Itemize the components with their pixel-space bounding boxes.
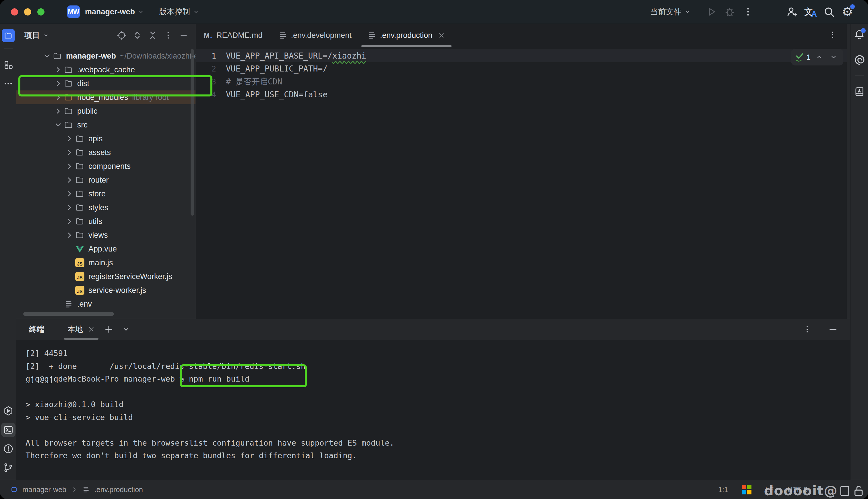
watermark-square-icon: [839, 484, 851, 498]
terminal-output[interactable]: [2] 44591[2] + done /usr/local/redis-sta…: [16, 340, 850, 462]
terminal-tab-dropdown-button[interactable]: [119, 322, 134, 337]
chevron-right-icon[interactable]: [64, 203, 75, 212]
chevron-right-icon[interactable]: [64, 217, 75, 226]
more-actions-button[interactable]: [739, 4, 757, 20]
tree-item-dist[interactable]: dist: [16, 77, 196, 90]
terminal-tab-local[interactable]: 本地: [63, 319, 99, 340]
project-name-menu[interactable]: manager-web: [85, 8, 135, 16]
more-options-button[interactable]: [162, 29, 175, 42]
tree-vertical-scrollbar[interactable]: [190, 49, 194, 216]
tree-item-src[interactable]: src: [16, 118, 196, 132]
chevron-right-icon[interactable]: [53, 65, 64, 74]
tree-item-public[interactable]: public: [16, 104, 196, 118]
problems-tool-window-button[interactable]: [1, 441, 15, 456]
chevron-right-icon[interactable]: [64, 162, 75, 171]
vcs-menu[interactable]: 版本控制: [159, 7, 190, 17]
project-tool-window-button[interactable]: [2, 29, 15, 42]
chevron-right-icon[interactable]: [53, 93, 64, 102]
editor-tab-.env.production[interactable]: .env.production: [360, 24, 454, 47]
locate-file-button[interactable]: [115, 29, 128, 42]
tree-item-manager-web[interactable]: manager-web~/Downloads/xiaozhi-e: [16, 49, 196, 63]
folder-icon: [75, 161, 85, 171]
caret-position[interactable]: 1:1: [718, 486, 728, 494]
zoom-window-button[interactable]: [37, 8, 45, 15]
terminal-title[interactable]: 终端: [29, 324, 45, 334]
previous-problem-button[interactable]: [814, 51, 825, 63]
editor-line-3[interactable]: 3# 是否开启CDN: [196, 75, 847, 88]
terminal-more-options-button[interactable]: [800, 322, 815, 337]
expand-all-button[interactable]: [131, 29, 144, 42]
chevron-right-icon[interactable]: [64, 148, 75, 157]
shell-prompt: gjq@gjqdeMacBook-Pro manager-web %: [26, 374, 189, 383]
chevron-right-icon[interactable]: [53, 107, 64, 115]
microsoft-plugin-icon[interactable]: [742, 485, 752, 495]
code-with-me-button[interactable]: [783, 4, 802, 20]
tree-horizontal-scrollbar[interactable]: [23, 312, 114, 316]
debug-button[interactable]: [720, 4, 739, 20]
run-button[interactable]: [702, 4, 720, 20]
tree-item-views[interactable]: views: [16, 228, 196, 242]
tree-item-suffix: library root: [132, 93, 169, 102]
translate-button[interactable]: 文 A: [802, 4, 820, 20]
tree-item-node_modules[interactable]: node_moduleslibrary root: [16, 90, 196, 104]
editor-line-1[interactable]: 1VUE_APP_API_BASE_URL=/xiaozhi: [196, 49, 847, 62]
chevron-right-icon[interactable]: [64, 176, 75, 184]
terminal-tool-window-button[interactable]: [1, 423, 15, 437]
project-icon[interactable]: MW: [67, 5, 80, 18]
tree-item-utils[interactable]: utils: [16, 215, 196, 228]
terminal-command[interactable]: npm run build: [189, 374, 249, 383]
editor-tab-README.md[interactable]: M↓README.md: [196, 24, 271, 47]
tree-item-apis[interactable]: apis: [16, 132, 196, 146]
tree-item-styles[interactable]: styles: [16, 201, 196, 215]
tree-item-.webpack_cache[interactable]: .webpack_cache: [16, 63, 196, 77]
close-tab-button[interactable]: [438, 32, 445, 39]
tree-item-assets[interactable]: assets: [16, 146, 196, 159]
tree-item-components[interactable]: components: [16, 159, 196, 173]
terminal-line-4: > xiaozhi@0.1.0 build: [26, 398, 850, 411]
tree-item-router[interactable]: router: [16, 173, 196, 187]
inspection-check-icon: [795, 52, 804, 62]
close-icon[interactable]: [88, 326, 95, 333]
status-project-name[interactable]: manager-web: [22, 486, 66, 494]
chevron-right-icon[interactable]: [64, 190, 75, 198]
dictionary-button[interactable]: [852, 84, 867, 99]
tree-item-main.js[interactable]: JSmain.js: [16, 256, 196, 270]
version-control-tool-window-button[interactable]: [1, 461, 15, 475]
settings-button[interactable]: ⚙: [838, 4, 856, 20]
minimize-window-button[interactable]: [24, 8, 31, 15]
editor-content[interactable]: 1VUE_APP_API_BASE_URL=/xiaozhi2VUE_APP_P…: [196, 47, 847, 101]
status-file-name[interactable]: .env.production: [95, 486, 143, 494]
more-tool-windows-button[interactable]: [1, 76, 15, 91]
tree-item-registerServiceWorker.js[interactable]: JSregisterServiceWorker.js: [16, 270, 196, 283]
project-panel-title[interactable]: 项目: [24, 30, 40, 40]
collapse-all-button[interactable]: [146, 29, 159, 42]
inspections-widget[interactable]: 1: [791, 49, 843, 65]
editor-line-4[interactable]: 4VUE_APP_USE_CDN=false: [196, 88, 847, 101]
tree-item-label: .env: [77, 300, 92, 309]
editor-line-2[interactable]: 2VUE_APP_PUBLIC_PATH=/: [196, 62, 847, 75]
run-configuration-selector[interactable]: 当前文件: [650, 7, 691, 17]
editor-tab-.env.development[interactable]: .env.development: [271, 24, 360, 47]
next-problem-button[interactable]: [828, 51, 839, 63]
structure-tool-window-button[interactable]: [1, 58, 15, 72]
tree-item-service-worker.js[interactable]: JSservice-worker.js: [16, 283, 196, 297]
hide-terminal-button[interactable]: [826, 322, 841, 337]
chevron-down-icon[interactable]: [53, 121, 64, 129]
tree-item-.env[interactable]: .env: [16, 297, 196, 311]
chevron-right-icon[interactable]: [64, 134, 75, 143]
folder-icon: [75, 230, 85, 240]
chevron-down-icon[interactable]: [42, 52, 52, 60]
tab-list-more-button[interactable]: [828, 31, 837, 40]
tree-item-store[interactable]: store: [16, 187, 196, 201]
terminal-header: 终端 本地: [16, 319, 850, 340]
chevron-right-icon[interactable]: [53, 79, 64, 88]
search-everywhere-button[interactable]: [820, 4, 838, 20]
new-terminal-tab-button[interactable]: [101, 322, 116, 337]
ai-assistant-button[interactable]: [852, 52, 867, 67]
services-tool-window-button[interactable]: [1, 404, 15, 418]
notifications-button[interactable]: [852, 28, 867, 42]
close-window-button[interactable]: [11, 8, 18, 15]
tree-item-App.vue[interactable]: App.vue: [16, 242, 196, 256]
chevron-right-icon[interactable]: [64, 231, 75, 240]
hide-panel-button[interactable]: [177, 29, 190, 42]
